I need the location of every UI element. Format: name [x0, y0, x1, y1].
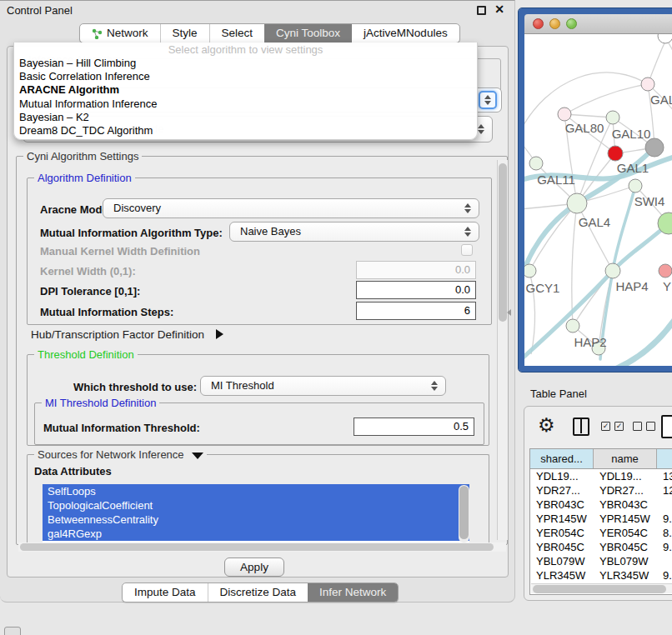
network-edge — [564, 84, 648, 114]
mi-threshold-field[interactable]: 0.5 — [354, 418, 474, 436]
table-cell: YER054C — [594, 526, 657, 540]
mi-type-label: Mutual Information Algorithm Type: — [40, 227, 223, 239]
tab-infer-network[interactable]: Infer Network — [308, 583, 398, 602]
unchecked-box-icon[interactable] — [646, 422, 655, 431]
table-row[interactable]: YDR27...YDR27...12 — [530, 483, 672, 498]
table-row[interactable]: YBR043CYBR043C — [530, 498, 672, 512]
checked-box-icon[interactable]: ✓ — [601, 422, 610, 431]
node-label: HAP2 — [574, 335, 606, 349]
combo-stepper-icon[interactable] — [479, 91, 497, 109]
table-horizontal-scrollbar[interactable] — [531, 583, 672, 593]
network-node[interactable] — [606, 111, 619, 124]
table-cell: 9. — [657, 540, 672, 554]
network-node[interactable] — [641, 78, 654, 91]
manual-kernel-checkbox[interactable] — [461, 244, 473, 256]
split-columns-icon[interactable] — [573, 418, 589, 436]
column-header[interactable]: shared... — [530, 449, 594, 468]
table-row[interactable]: YBR045CYBR045C9. — [530, 540, 672, 554]
minimized-panel-button[interactable] — [4, 627, 21, 635]
table-body: YDL19...YDL19...13YDR27...YDR27...12YBR0… — [530, 469, 672, 595]
settings-vertical-scrollbar[interactable] — [497, 160, 508, 540]
table-panel-title: Table Panel — [530, 388, 587, 400]
tab-select[interactable]: Select — [209, 24, 265, 42]
kernel-width-field[interactable]: 0.0 — [356, 261, 476, 279]
combo-stepper-icon[interactable] — [461, 201, 474, 216]
which-threshold-combobox[interactable]: MI Threshold — [200, 376, 446, 396]
data-attributes-label: Data Attributes — [34, 465, 112, 478]
network-node[interactable] — [567, 193, 587, 213]
dpi-tolerance-field[interactable]: 0.0 — [356, 281, 476, 299]
network-edge — [564, 114, 613, 118]
algorithm-definition-title: Algorithm Definition — [34, 172, 135, 184]
network-node[interactable] — [659, 264, 672, 278]
hub-definition-label: Hub/Transcription Factor Definition — [31, 328, 204, 341]
network-node[interactable] — [524, 264, 536, 278]
expand-right-icon — [216, 329, 223, 339]
dropdown-item[interactable]: Bayesian – K2 — [14, 111, 477, 124]
dropdown-item[interactable]: ARACNE Algorithm — [14, 83, 477, 97]
network-node[interactable] — [529, 157, 543, 170]
gear-icon[interactable]: ⚙ — [538, 414, 555, 436]
zoom-traffic-light-icon[interactable] — [566, 18, 577, 29]
column-header[interactable]: name — [594, 449, 657, 468]
tab-discretize-data[interactable]: Discretize Data — [208, 583, 308, 602]
node-label: GAL80 — [565, 121, 604, 135]
network-edge — [648, 39, 666, 84]
dropdown-item[interactable]: Mutual Information Inference — [14, 98, 477, 111]
float-window-icon[interactable] — [477, 6, 486, 15]
splitpane-handle-icon[interactable] — [507, 309, 511, 316]
dropdown-item[interactable]: Dream8 DC_TDC Algorithm — [14, 124, 477, 138]
network-node[interactable] — [658, 34, 672, 43]
network-node[interactable] — [608, 146, 623, 161]
close-icon[interactable]: ✕ — [494, 2, 504, 16]
dropdown-item[interactable]: Basic Correlation Inference — [14, 70, 477, 83]
tab-style[interactable]: Style — [160, 24, 209, 42]
attribute-item[interactable]: SelfLoops — [43, 484, 469, 498]
table-cell: YBL079W — [530, 554, 594, 568]
checked-box-icon[interactable]: ✓ — [614, 422, 624, 431]
mi-type-combobox[interactable]: Naive Bayes — [229, 222, 479, 242]
document-icon[interactable] — [661, 415, 672, 438]
tab-network[interactable]: Network — [80, 24, 160, 42]
network-node[interactable] — [629, 179, 642, 192]
table-cell: YLR345W — [530, 568, 594, 582]
attribute-item[interactable]: BetweennessCentrality — [43, 512, 469, 527]
network-canvas[interactable]: GALGAL80GAL10GAL1GAL11SWI4GAL4GCY1HAP4YH… — [524, 34, 672, 366]
table-cell: YDR27... — [594, 483, 657, 498]
mi-steps-field[interactable]: 6 — [356, 302, 476, 320]
minimize-traffic-light-icon[interactable] — [549, 18, 560, 29]
dropdown-item[interactable]: Bayesian – Hill Climbing — [14, 57, 477, 70]
combo-stepper-icon[interactable] — [461, 224, 474, 239]
aracne-mode-label: Aracne Mode: — [40, 203, 112, 216]
tab-impute-data[interactable]: Impute Data — [123, 583, 208, 602]
table-row[interactable]: YDL19...YDL19...13 — [530, 469, 672, 483]
hub-definition-toggle[interactable]: Hub/Transcription Factor Definition — [31, 328, 223, 341]
table-cell: 8. — [657, 526, 672, 540]
dpi-tolerance-label: DPI Tolerance [0,1]: — [40, 285, 140, 298]
table-row[interactable]: YER054CYER054C8. — [530, 526, 672, 540]
table-row[interactable]: YPR145WYPR145W9. — [530, 512, 672, 526]
apply-button[interactable]: Apply — [224, 558, 284, 577]
data-attributes-list[interactable]: SelfLoopsTopologicalCoefficientBetweenne… — [43, 484, 469, 543]
tab-jactivemnodules[interactable]: jActiveMNodules — [352, 24, 459, 42]
sources-title[interactable]: Sources for Network Inference — [34, 448, 207, 461]
mi-type-value: Naive Bayes — [240, 225, 301, 238]
network-node[interactable] — [566, 319, 579, 332]
table-cell: YLR345W — [594, 568, 657, 582]
attribute-item[interactable]: gal4RGexp — [43, 527, 469, 541]
network-node[interactable] — [645, 138, 664, 157]
table-row[interactable]: YLR345WYLR345W9. — [530, 568, 672, 582]
close-traffic-light-icon[interactable] — [533, 18, 544, 29]
aracne-mode-combobox[interactable]: Discovery — [103, 198, 479, 218]
unchecked-box-icon[interactable] — [633, 422, 642, 431]
attribute-item[interactable]: TopologicalCoefficient — [43, 498, 469, 512]
network-node[interactable] — [558, 108, 571, 121]
table-row[interactable]: YBL079WYBL079W — [530, 554, 672, 568]
network-node[interactable] — [605, 263, 620, 278]
combo-stepper-icon[interactable] — [428, 378, 441, 393]
column-header[interactable] — [657, 449, 672, 468]
table-cell: 9. — [657, 512, 672, 526]
attributes-scrollbar[interactable] — [459, 485, 469, 542]
tab-cyni-toolbox[interactable]: Cyni Toolbox — [264, 24, 352, 42]
settings-horizontal-scrollbar[interactable] — [18, 542, 506, 552]
